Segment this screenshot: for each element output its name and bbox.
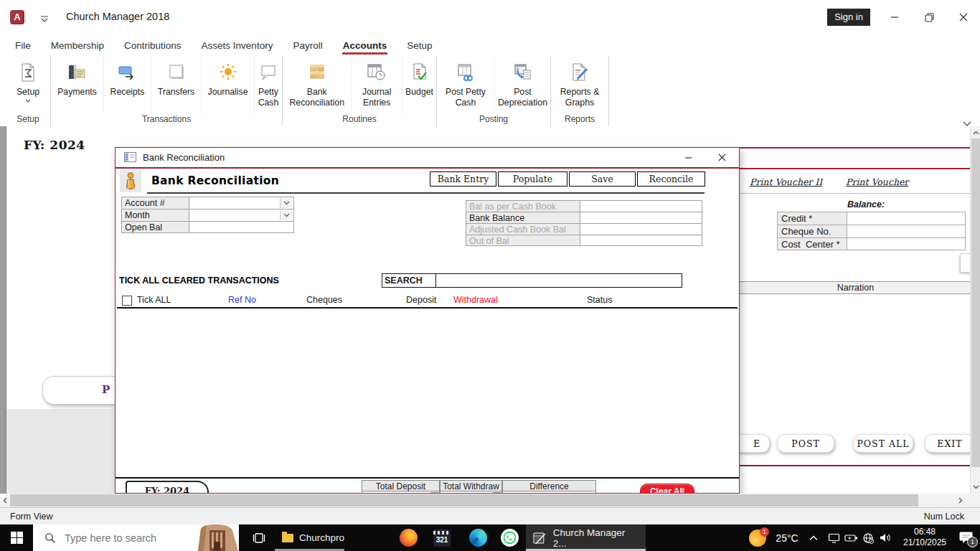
scrollbar-thumb[interactable]	[10, 494, 918, 507]
chevron-down-icon	[973, 485, 979, 489]
tab-setup[interactable]: Setup	[406, 38, 433, 53]
dialog-minimize-button[interactable]	[679, 150, 697, 164]
dropdown-button[interactable]	[280, 210, 293, 220]
volume-tray-icon[interactable]	[876, 524, 895, 551]
credit-input[interactable]	[847, 212, 966, 225]
search-input[interactable]	[63, 532, 188, 545]
ribbon-button-reports-graphs[interactable]: Reports & Graphs	[551, 56, 608, 113]
ribbon-tab-bar: File Membership Contributions Assets Inv…	[0, 34, 980, 56]
column-ref-no[interactable]: Ref No	[228, 295, 256, 305]
minimize-button[interactable]	[884, 7, 905, 27]
total-withdraw-header: Total Withdraw	[440, 480, 502, 491]
exit-button[interactable]: EXIT	[925, 434, 971, 453]
tab-payroll[interactable]: Payroll	[292, 38, 323, 53]
ribbon-group-label: Reports	[551, 113, 608, 126]
total-deposit-header: Total Deposit	[362, 480, 440, 491]
reconcile-button[interactable]: Reconcile	[637, 171, 705, 187]
ribbon-button-journalise[interactable]: Journalise	[202, 56, 255, 113]
heading-underline	[147, 192, 705, 194]
populate-button[interactable]: Populate	[498, 171, 567, 187]
vertical-scrollbar[interactable]	[970, 126, 980, 494]
network-globe-tray-icon[interactable]	[859, 524, 877, 551]
budget-icon	[409, 60, 430, 85]
bank-entry-button[interactable]: Bank Entry	[430, 171, 496, 187]
restore-button[interactable]	[918, 7, 940, 27]
taskbar-search-box[interactable]	[33, 524, 239, 551]
ribbon-button-transfers[interactable]: Transfers	[151, 56, 202, 113]
clear-all-button[interactable]: Clear All	[640, 484, 694, 494]
tray-overflow-button[interactable]	[805, 524, 822, 551]
display-tray-icon[interactable]	[825, 524, 842, 551]
scrollbar-thumb[interactable]	[971, 138, 980, 467]
sign-in-button[interactable]: Sign in	[827, 9, 870, 26]
ribbon-button-petty-cash[interactable]: Petty Cash	[255, 56, 282, 113]
ribbon-group-label: Posting	[437, 113, 550, 126]
title-bar: A Church Manager 2018 Sign in	[0, 0, 980, 34]
ribbon-button-setup[interactable]: Setup	[6, 56, 50, 113]
print-voucher-link[interactable]: Print Voucher	[846, 176, 908, 187]
column-withdrawal: Withdrawal	[453, 295, 498, 305]
ribbon-button-journal-entries[interactable]: Journal Entries	[352, 56, 402, 113]
column-status: Status	[587, 295, 612, 305]
cheque-no-input[interactable]	[847, 225, 966, 237]
taskbar-app-church-manager[interactable]: Church Manager 2...	[526, 524, 646, 551]
tab-accounts[interactable]: Accounts	[342, 38, 388, 53]
dropdown-button[interactable]	[280, 198, 293, 208]
ribbon-button-post-depreciation[interactable]: Post Depreciation	[495, 56, 550, 113]
partial-form-button-label: P	[102, 383, 110, 396]
ribbon-button-receipts[interactable]: Receipts	[104, 56, 151, 113]
ribbon-button-payments[interactable]: Payments	[51, 56, 104, 113]
start-button[interactable]	[0, 524, 33, 551]
ribbon-button-budget[interactable]: Budget	[402, 56, 436, 113]
cost-center-input[interactable]	[847, 237, 966, 250]
scroll-up-button[interactable]	[971, 128, 980, 137]
month-combobox[interactable]	[189, 209, 294, 221]
tab-file[interactable]: File	[14, 38, 32, 53]
tick-all-checkbox[interactable]	[122, 296, 132, 306]
scroll-left-button[interactable]	[1, 496, 9, 505]
action-center-button[interactable]: 1	[954, 524, 980, 551]
open-bal-input[interactable]	[189, 221, 294, 233]
weather-tray-button[interactable]: 1	[746, 524, 771, 551]
bank-reconciliation-cubes-icon	[306, 60, 328, 85]
bank-balance-input[interactable]	[580, 212, 702, 223]
quick-access-chevron-icon[interactable]	[40, 13, 49, 26]
tab-assets-inventory[interactable]: Assets Inventory	[201, 38, 274, 53]
post-button[interactable]: POST	[777, 434, 834, 453]
search-input[interactable]	[435, 273, 682, 288]
taskbar-edge-button[interactable]	[465, 524, 491, 551]
close-button[interactable]	[953, 7, 974, 27]
dialog-title-bar[interactable]: Bank Reconciliation	[116, 148, 739, 169]
taskbar-whatsapp-button[interactable]	[496, 524, 522, 551]
battery-tray-icon[interactable]	[842, 524, 859, 551]
temperature-label[interactable]: 25°C	[772, 524, 802, 551]
ribbon-group-posting: Post Petty Cash Post Depreciation Postin…	[437, 56, 551, 126]
column-deposit: Deposit	[406, 295, 436, 305]
taskbar-media-player-button[interactable]: 321	[429, 524, 455, 551]
taskbar-clock[interactable]: 06:48 21/10/2025	[895, 527, 954, 548]
save-button[interactable]: Save	[569, 171, 636, 187]
task-view-button[interactable]	[246, 524, 272, 551]
horizontal-scrollbar[interactable]	[0, 494, 970, 507]
tab-membership[interactable]: Membership	[50, 38, 105, 53]
restore-icon	[925, 13, 934, 22]
partial-post-button[interactable]: E	[739, 434, 770, 453]
dialog-fy-tab: FY: 2024	[126, 481, 209, 494]
account-combobox[interactable]	[189, 197, 294, 209]
taskbar-app-churchpro[interactable]: Churchpro	[275, 524, 352, 551]
setup-icon	[17, 60, 39, 85]
print-voucher-ii-link[interactable]: Print Voucher II	[750, 176, 822, 187]
cheque-no-field-row: Cheque No.	[777, 225, 966, 237]
tab-contributions[interactable]: Contributions	[123, 38, 182, 53]
form-icon	[124, 152, 136, 162]
notification-icon: 1	[959, 531, 975, 545]
scroll-down-button[interactable]	[971, 482, 980, 491]
dialog-close-button[interactable]	[712, 150, 731, 164]
search-icon	[44, 532, 56, 544]
taskbar-firefox-button[interactable]	[395, 524, 421, 551]
ribbon-button-post-petty-cash[interactable]: Post Petty Cash	[437, 56, 495, 113]
scroll-right-button[interactable]	[956, 496, 966, 505]
adjusted-cashbook-row: Adjusted Cash Book Bal	[466, 223, 702, 235]
ribbon-button-bank-reconciliation[interactable]: Bank Reconciliation	[283, 56, 352, 113]
post-all-button[interactable]: POST ALL	[853, 434, 913, 453]
